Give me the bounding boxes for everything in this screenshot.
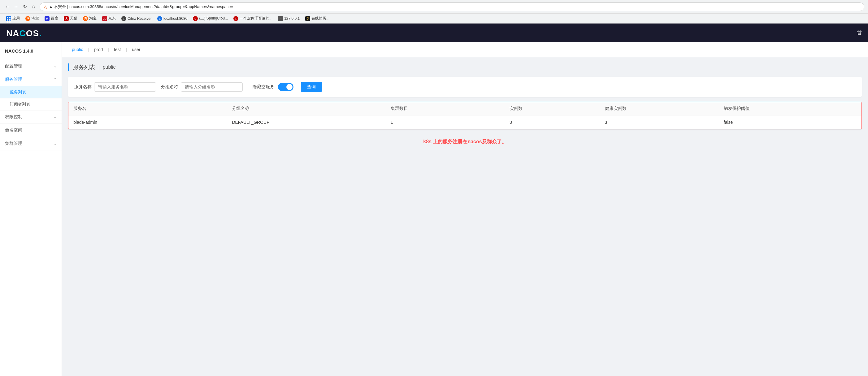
sidebar-item-service-label: 服务管理: [5, 77, 22, 82]
nav-buttons[interactable]: ← → ↻ ⌂: [4, 3, 37, 10]
search-bar: 服务名称 分组名称 隐藏空服务: 查询: [68, 77, 862, 97]
sidebar-item-service-list[interactable]: 服务列表: [0, 86, 62, 98]
baidu-icon: 百: [44, 16, 50, 21]
bookmark-label: 一个虐你千百遍的...: [240, 16, 272, 21]
bookmark-label: 百度: [51, 16, 58, 21]
bookmark-springcloud[interactable]: C (二) SpringClou...: [190, 15, 230, 22]
cell-group: DEFAULT_GROUP: [227, 116, 385, 129]
group-name-input[interactable]: [181, 82, 243, 92]
logo-os: OS: [26, 29, 39, 38]
sidebar-item-cluster-label: 集群管理: [5, 141, 22, 146]
taobao1-icon: 淘: [25, 16, 30, 21]
tab-prod[interactable]: prod: [90, 46, 106, 53]
sidebar-item-config[interactable]: 配置管理 ⌄: [0, 60, 62, 73]
forward-button[interactable]: →: [12, 3, 20, 10]
bookmark-label: 127.0.0.1: [284, 17, 300, 21]
bookmark-baidu[interactable]: 百 百度: [42, 15, 61, 22]
logo-na: NA: [6, 29, 19, 38]
refresh-button[interactable]: ↻: [21, 3, 29, 10]
sidebar-item-service[interactable]: 服务管理 ⌃: [0, 73, 62, 86]
header-menu-icon[interactable]: 首: [857, 30, 862, 36]
main-content: public | prod | test | user 服务列表 | publi…: [62, 42, 868, 376]
chevron-down-icon-3: ⌄: [54, 142, 57, 146]
sidebar-item-subscriber[interactable]: 订阅者列表: [0, 98, 62, 111]
link-icon: ↔: [278, 16, 283, 21]
chevron-up-icon: ⌃: [54, 77, 57, 82]
bookmark-label: (二) SpringClou...: [199, 16, 228, 21]
chevron-down-icon-2: ⌄: [54, 115, 57, 119]
hide-service-toggle[interactable]: [278, 83, 293, 91]
namespace-tabs: public | prod | test | user: [62, 42, 868, 57]
service-table-container: 服务名 分组名称 集群数目 实例数 健康实例数 触发保护阈值 blade-adm…: [68, 102, 862, 129]
sep3: |: [126, 47, 127, 52]
bookmark-taobao2[interactable]: 淘 淘宝: [81, 15, 99, 22]
address-bar[interactable]: △ ▲ 不安全 | nacos.com:30358/nacos/#/servic…: [40, 2, 864, 11]
bookmark-label: localhost:8080: [163, 17, 187, 21]
bookmark-resume[interactable]: J 在线简历...: [303, 15, 332, 22]
bookmark-apps[interactable]: 应用: [4, 15, 22, 22]
table-row: blade-admin DEFAULT_GROUP 1 3 3 false: [68, 116, 862, 129]
tab-test[interactable]: test: [110, 46, 125, 53]
warning-icon: △: [44, 4, 47, 9]
col-header-cluster: 集群数目: [386, 102, 504, 116]
page-title: 服务列表: [73, 63, 95, 71]
url-text: ▲ 不安全 | nacos.com:30358/nacos/#/serviceM…: [49, 4, 233, 9]
bookmark-label: 天猫: [70, 16, 78, 21]
sidebar-version: NACOS 1.4.0: [0, 42, 62, 60]
sidebar-item-namespace-label: 命名空间: [5, 127, 22, 133]
bookmark-label: 应用: [12, 16, 20, 21]
sep1: |: [88, 47, 90, 52]
localhost-icon: L: [157, 16, 162, 21]
tab-public[interactable]: public: [68, 46, 87, 53]
service-table: 服务名 分组名称 集群数目 实例数 健康实例数 触发保护阈值 blade-adm…: [68, 102, 862, 129]
service-name-input[interactable]: [94, 82, 156, 92]
bookmark-label: 在线简历...: [311, 16, 329, 21]
nacos-logo: NACOS.: [6, 27, 42, 39]
cell-protect-threshold: false: [719, 116, 862, 129]
sidebar-item-permission[interactable]: 权限控制 ⌄: [0, 111, 62, 124]
col-header-protect: 触发保护阈值: [719, 102, 862, 116]
bookmark-citrix[interactable]: C Citrix Receiver: [119, 15, 154, 22]
notice-text: k8s 上的服务注册在nacos及群众了。: [68, 135, 862, 148]
home-button[interactable]: ⌂: [30, 3, 37, 10]
cell-healthy-count: 3: [600, 116, 719, 129]
app-header: NACOS. 首: [0, 24, 868, 42]
sep2: |: [108, 47, 109, 52]
col-header-instances: 实例数: [504, 102, 599, 116]
springcloud-icon: C: [193, 16, 198, 21]
bookmark-jd[interactable]: JD 京东: [100, 15, 118, 22]
app-body: NACOS 1.4.0 配置管理 ⌄ 服务管理 ⌃ 服务列表 订阅者列表 权限控…: [0, 42, 868, 376]
logo-dot: .: [39, 27, 42, 38]
bookmark-label: 淘宝: [32, 16, 39, 21]
hide-service-label: 隐藏空服务:: [253, 84, 276, 90]
tianmao-icon: 天: [64, 16, 69, 21]
group-name-group: 分组名称: [161, 82, 243, 92]
col-header-group: 分组名称: [227, 102, 385, 116]
bookmark-custom[interactable]: C 一个虐你千百遍的...: [231, 15, 275, 22]
bookmark-taobao1[interactable]: 淘 淘宝: [23, 15, 41, 22]
bookmark-tianmao[interactable]: 天 天猫: [61, 15, 80, 22]
back-button[interactable]: ←: [4, 3, 11, 10]
group-name-label: 分组名称: [161, 84, 178, 90]
sidebar-item-permission-label: 权限控制: [5, 114, 22, 120]
bookmark-localhost[interactable]: L localhost:8080: [155, 15, 190, 22]
taobao2-icon: 淘: [83, 16, 88, 21]
sidebar-item-namespace[interactable]: 命名空间: [0, 124, 62, 137]
page-title-sep: |: [98, 65, 100, 70]
tab-user[interactable]: user: [128, 46, 144, 53]
col-header-healthy: 健康实例数: [600, 102, 719, 116]
content-area: 服务列表 | public 服务名称 分组名称 隐藏空服务: 查询: [62, 57, 868, 154]
query-button[interactable]: 查询: [301, 82, 322, 92]
sidebar-item-cluster[interactable]: 集群管理 ⌄: [0, 137, 62, 150]
bookmarks-bar: 应用 淘 淘宝 百 百度 天 天猫 淘 淘宝 JD 京东 C Citrix Re…: [0, 13, 868, 24]
resume-icon: J: [305, 16, 310, 21]
bookmark-label: 京东: [108, 16, 116, 21]
apps-icon: [6, 16, 11, 21]
citrix-icon: C: [121, 16, 126, 21]
service-name-group: 服务名称: [74, 82, 156, 92]
bookmark-localhost2[interactable]: ↔ 127.0.0.1: [276, 15, 302, 22]
hide-service-group: 隐藏空服务:: [253, 83, 293, 91]
col-header-service-name: 服务名: [68, 102, 227, 116]
cell-cluster-count: 1: [386, 116, 504, 129]
page-subtitle: public: [103, 64, 116, 70]
